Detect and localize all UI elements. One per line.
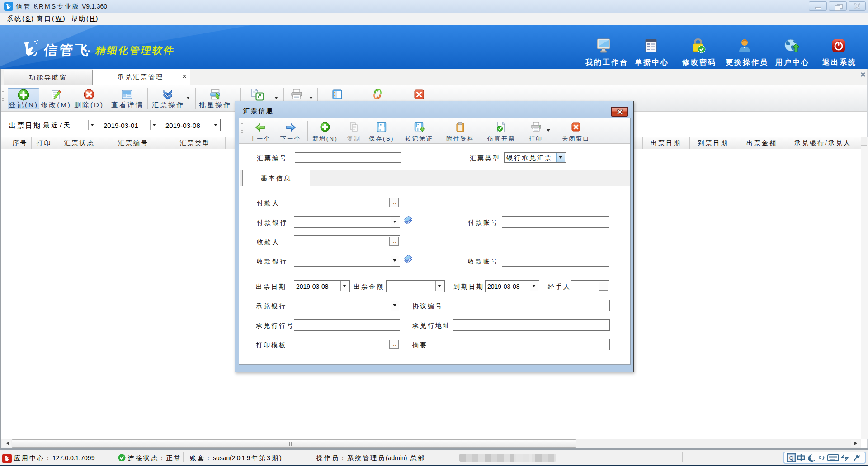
svg-text:Q: Q — [789, 455, 793, 461]
